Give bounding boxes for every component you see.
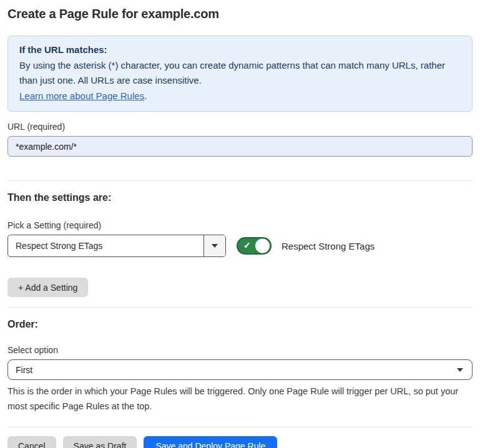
order-select[interactable]: First bbox=[7, 359, 473, 380]
page-rule-form: Create a Page Rule for example.com If th… bbox=[0, 0, 480, 448]
save-and-deploy-button[interactable]: Save and Deploy Page Rule bbox=[144, 436, 277, 448]
info-box-link-line: Learn more about Page Rules. bbox=[19, 89, 461, 104]
divider bbox=[7, 307, 473, 308]
settings-heading: Then the settings are: bbox=[7, 192, 473, 203]
setting-row: Respect Strong ETags ✓ Respect Strong ET… bbox=[7, 235, 473, 257]
setting-select[interactable]: Respect Strong ETags bbox=[7, 235, 226, 257]
divider bbox=[7, 427, 473, 427]
save-as-draft-button[interactable]: Save as Draft bbox=[63, 436, 137, 448]
link-suffix: . bbox=[144, 90, 147, 101]
order-select-value: First bbox=[16, 365, 32, 375]
pick-setting-label: Pick a Setting (required) bbox=[7, 220, 473, 230]
setting-select-value: Respect Strong ETags bbox=[8, 235, 203, 256]
chevron-down-icon bbox=[212, 244, 218, 248]
select-option-label: Select option bbox=[7, 345, 473, 355]
divider bbox=[7, 180, 473, 181]
page-title: Create a Page Rule for example.com bbox=[7, 7, 473, 21]
order-heading: Order: bbox=[7, 319, 473, 330]
order-help-text: This is the order in which your Page Rul… bbox=[7, 384, 473, 414]
etags-toggle[interactable]: ✓ bbox=[237, 237, 272, 255]
cancel-button[interactable]: Cancel bbox=[7, 436, 56, 448]
url-input[interactable] bbox=[7, 136, 473, 157]
url-match-info-box: If the URL matches: By using the asteris… bbox=[7, 36, 473, 112]
form-actions: Cancel Save as Draft Save and Deploy Pag… bbox=[7, 436, 473, 448]
add-setting-button[interactable]: + Add a Setting bbox=[7, 278, 88, 297]
learn-more-link[interactable]: Learn more about Page Rules bbox=[19, 90, 144, 101]
check-icon: ✓ bbox=[243, 241, 251, 250]
url-label: URL (required) bbox=[7, 122, 473, 132]
setting-select-arrow-button[interactable] bbox=[203, 235, 225, 256]
info-box-body: By using the asterisk (*) character, you… bbox=[19, 58, 461, 89]
toggle-knob bbox=[255, 239, 270, 253]
toggle-label: Respect Strong ETags bbox=[282, 241, 375, 251]
chevron-down-icon bbox=[457, 368, 463, 372]
info-box-heading: If the URL matches: bbox=[19, 42, 461, 58]
